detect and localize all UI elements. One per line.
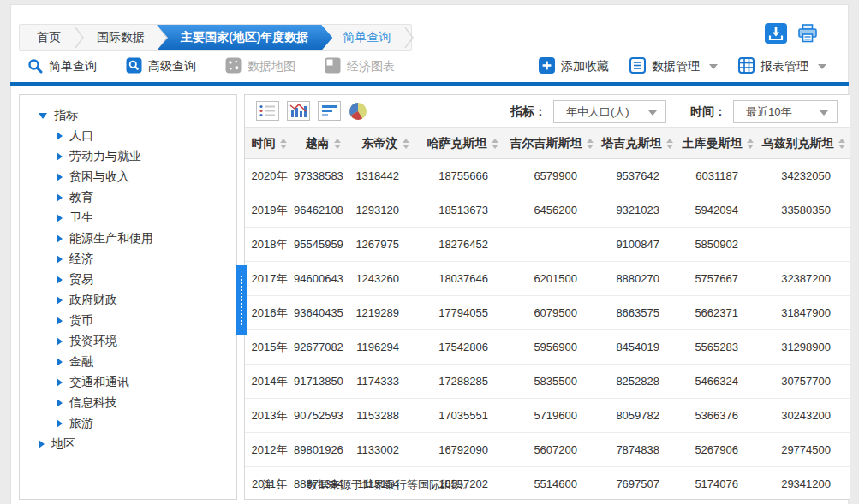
- tree-node[interactable]: 贸易: [20, 270, 236, 290]
- toolbar-button-add-favorite[interactable]: 添加收藏: [539, 57, 609, 76]
- tree-node[interactable]: 政府财政: [20, 290, 236, 311]
- tree-node[interactable]: 经济: [20, 249, 236, 270]
- column-header-6[interactable]: 塔吉克斯坦: [596, 128, 678, 159]
- column-header-label: 东帝汶: [362, 136, 398, 150]
- data-cell: 5835500: [507, 365, 596, 399]
- indicator-select[interactable]: 年中人口(人): [553, 100, 666, 123]
- pie-chart-view-icon: [349, 102, 367, 124]
- toolbar-button-label: 数据地图: [248, 59, 295, 74]
- table-row: 2020年97338583131844218755666657990095376…: [245, 159, 850, 193]
- data-cell: 5757667: [678, 262, 757, 296]
- panel-splitter-handle[interactable]: [236, 265, 247, 335]
- data-cell: 8663575: [596, 296, 678, 330]
- tree-node[interactable]: 地区: [20, 434, 236, 454]
- add-favorite-icon: [539, 57, 555, 76]
- data-cell: 96462108: [293, 193, 353, 228]
- list-view-icon: [256, 101, 279, 124]
- tree-node[interactable]: 货币: [20, 311, 236, 331]
- tree-node-label: 地区: [51, 436, 75, 452]
- tree-node-label: 信息科技: [69, 395, 117, 411]
- chevron-down-icon: [818, 64, 826, 69]
- sort-icon: [587, 139, 594, 149]
- time-select[interactable]: 最近10年: [733, 100, 838, 123]
- data-cell: 16792090: [418, 433, 507, 467]
- tree-node[interactable]: 卫生: [20, 208, 236, 228]
- data-cell: 1174333: [353, 365, 418, 399]
- breadcrumb: 首页国际数据主要国家(地区)年度数据简单查询: [19, 24, 412, 51]
- list-view-button[interactable]: [256, 101, 279, 124]
- toolbar-button-label: 数据管理: [652, 59, 700, 74]
- data-cell: 7697507: [596, 467, 678, 501]
- data-cell: 8880270: [596, 262, 678, 296]
- triangle-right-icon: [57, 193, 63, 202]
- bar-line-chart-view-button[interactable]: [287, 101, 310, 124]
- tree-node-label: 投资环境: [69, 334, 117, 349]
- download-button[interactable]: [765, 25, 787, 45]
- hbar-chart-view-button[interactable]: [318, 101, 341, 124]
- data-cell: 32387200: [757, 262, 850, 296]
- data-cell: 91713850: [293, 365, 353, 399]
- column-header-1[interactable]: 时间: [245, 128, 293, 159]
- data-cell: 33580350: [757, 193, 850, 228]
- tree-node[interactable]: 教育: [20, 187, 236, 208]
- data-cell: 1293120: [353, 193, 418, 228]
- tree-node[interactable]: 金融: [20, 352, 236, 372]
- toolbar-button-data-map[interactable]: 数据地图: [225, 57, 295, 76]
- column-header-3[interactable]: 东帝汶: [353, 128, 418, 159]
- column-header-8[interactable]: 乌兹别克斯坦: [757, 128, 850, 159]
- toolbar-button-data-manage[interactable]: 数据管理: [629, 57, 718, 76]
- tree-node[interactable]: 投资环境: [20, 331, 236, 352]
- column-header-2[interactable]: 越南: [293, 128, 353, 159]
- toolbar-button-advanced-search[interactable]: 高级查询: [126, 57, 196, 76]
- tree-node-label: 旅游: [69, 416, 93, 431]
- tree-node[interactable]: 人口: [20, 126, 236, 146]
- tree-node[interactable]: 劳动力与就业: [20, 146, 236, 167]
- print-button[interactable]: [796, 25, 819, 45]
- tree-node[interactable]: 交通和通讯: [20, 372, 236, 393]
- table-row: 2016年93640435121928917794055607950086635…: [245, 296, 850, 330]
- column-header-7[interactable]: 土库曼斯坦: [678, 128, 757, 159]
- data-cell: 5956900: [507, 330, 596, 365]
- note-text: 数据来源于世界银行等国际组织。: [307, 478, 474, 491]
- data-cell: 5565283: [678, 330, 757, 365]
- data-cell: 92677082: [293, 330, 353, 365]
- tree-node[interactable]: 贫困与收入: [20, 167, 236, 187]
- tree-node[interactable]: 信息科技: [20, 393, 236, 413]
- simple-search-icon: [27, 58, 43, 76]
- sidebar-panel: 指标人口劳动力与就业贫困与收入教育卫生能源生产和使用经济贸易政府财政货币投资环境…: [19, 94, 237, 500]
- tree-node[interactable]: 能源生产和使用: [20, 228, 236, 249]
- hbar-chart-view-icon: [318, 101, 341, 124]
- data-cell: 89801926: [293, 433, 353, 467]
- column-header-4[interactable]: 哈萨克斯坦: [418, 128, 507, 159]
- breadcrumb-item-1[interactable]: 首页: [20, 25, 78, 50]
- tree-node[interactable]: 指标: [20, 105, 236, 126]
- triangle-right-icon: [57, 399, 63, 407]
- toolbar-button-econ-chart[interactable]: 经济图表: [325, 57, 395, 76]
- toolbar-button-label: 经济图表: [347, 59, 395, 74]
- breadcrumb-item-4[interactable]: 简单查询: [325, 25, 408, 50]
- breadcrumb-item-3[interactable]: 主要国家(地区)年度数据: [157, 25, 332, 50]
- row-year-cell: 2016年: [245, 296, 293, 330]
- toolbar-button-report-manage[interactable]: 报表管理: [738, 57, 826, 76]
- data-cell: 97338583: [293, 159, 353, 193]
- data-cell: 17288285: [418, 365, 507, 399]
- toolbar-left: 简单查询高级查询数据地图经济图表: [27, 52, 395, 81]
- data-cell: 5366376: [678, 399, 757, 433]
- tree-node[interactable]: 旅游: [20, 413, 236, 434]
- breadcrumb-item-2[interactable]: 国际数据: [80, 25, 162, 50]
- data-cell: 29341200: [757, 467, 850, 501]
- toolbar-button-simple-search[interactable]: 简单查询: [27, 58, 97, 76]
- tree-node-label: 劳动力与就业: [69, 149, 141, 164]
- data-cell: 5174076: [678, 467, 757, 501]
- triangle-right-icon: [57, 132, 63, 140]
- toolbar-button-label: 简单查询: [49, 59, 97, 74]
- data-cell: 6079500: [507, 296, 596, 330]
- data-cell: 8454019: [596, 330, 678, 365]
- data-cell: 29774500: [757, 433, 850, 467]
- column-header-5[interactable]: 吉尔吉斯斯坦: [507, 128, 596, 159]
- sort-icon: [403, 139, 409, 149]
- data-cell: 8252828: [596, 365, 678, 399]
- data-cell: 5466324: [678, 365, 757, 399]
- triangle-right-icon: [57, 152, 63, 161]
- pie-chart-view-button[interactable]: [349, 102, 367, 124]
